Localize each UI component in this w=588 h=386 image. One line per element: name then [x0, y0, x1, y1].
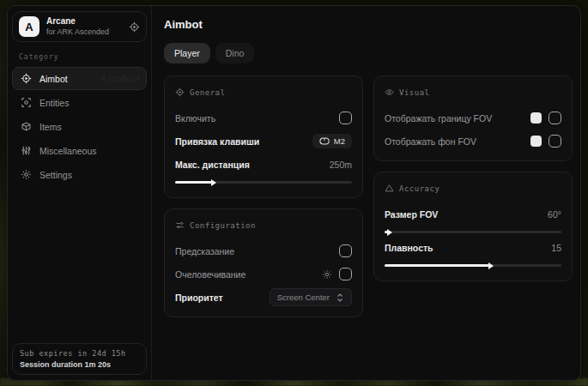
tab-bar: Player Dino: [164, 43, 573, 63]
page-title: Aimbot: [164, 18, 573, 31]
priority-label: Приоритет: [175, 293, 270, 303]
card-title: General: [190, 88, 225, 97]
subscription-card: Sub expires in 24d 15h Session duration …: [12, 343, 147, 375]
humanization-row: Очеловечивание: [175, 265, 352, 283]
card-general: General Включить Привязка клавиши: [164, 75, 363, 198]
tune-icon: [175, 218, 185, 233]
sidebar-item-aimbot[interactable]: Aimbot Aimbot: [12, 67, 147, 90]
brand-logo: A: [19, 16, 39, 37]
crosshair-icon: [175, 85, 185, 100]
fov-border-row: Отображать границу FOV: [385, 109, 561, 127]
max-distance-label: Макс. дистанция: [175, 160, 330, 170]
card-title: Accuracy: [399, 184, 439, 193]
priority-value: Screen Center: [277, 293, 330, 302]
crosshair-icon: [21, 73, 32, 84]
category-label: Category: [19, 53, 147, 61]
brand-name: Arcane: [46, 16, 122, 27]
keybind-value: M2: [334, 136, 345, 146]
scan-icon: [21, 97, 32, 108]
sub-expires-text: Sub expires in 24d 15h: [20, 349, 139, 358]
triangle-icon: [385, 181, 394, 196]
sidebar-item-label: Miscellaneous: [39, 146, 97, 156]
prediction-row: Предсказание: [175, 242, 352, 260]
gear-icon[interactable]: [322, 269, 332, 280]
fov-border-color-swatch[interactable]: [530, 112, 542, 124]
card-configuration: Configuration Предсказание Очеловечивани…: [164, 208, 363, 317]
keybind-button[interactable]: M2: [312, 134, 352, 148]
sidebar-item-miscellaneous[interactable]: Miscellaneous: [12, 139, 147, 162]
sidebar-item-settings[interactable]: Settings: [12, 163, 147, 186]
fov-size-label: Размер FOV: [385, 209, 548, 220]
fov-background-label: Отображать фон FOV: [385, 136, 530, 147]
enable-label: Включить: [175, 113, 339, 124]
gear-icon: [21, 169, 32, 180]
keybind-label: Привязка клавиши: [175, 136, 312, 147]
box-icon: [21, 121, 32, 132]
smoothness-label: Плавность: [385, 243, 551, 253]
sidebar-item-label: Settings: [39, 170, 72, 180]
brand-card: A Arcane for ARK Ascended: [12, 11, 147, 42]
sliders-icon: [21, 145, 32, 156]
smoothness-slider[interactable]: [385, 264, 561, 267]
slider-thumb[interactable]: [387, 229, 392, 236]
fov-border-checkbox[interactable]: [549, 112, 561, 124]
prediction-label: Предсказание: [175, 246, 339, 256]
smoothness-value: 15: [551, 243, 561, 253]
mouse-icon: [319, 137, 330, 145]
tab-dino[interactable]: Dino: [215, 43, 255, 63]
sidebar-item-label: Entities: [39, 98, 69, 108]
card-accuracy: Accuracy Размер FOV 60° Плавность 15: [373, 172, 573, 281]
fov-border-label: Отображать границу FOV: [385, 113, 530, 124]
max-distance-value: 250m: [330, 160, 352, 170]
max-distance-slider[interactable]: [175, 181, 352, 184]
priority-select[interactable]: Screen Center: [270, 288, 352, 306]
smoothness-row: Плавность 15: [385, 238, 561, 256]
chevrons-updown-icon: [336, 293, 344, 302]
sidebar-item-ghost-label: Aimbot: [100, 73, 141, 85]
sidebar-item-label: Items: [39, 122, 62, 132]
slider-thumb[interactable]: [211, 179, 216, 186]
sidebar-nav: Aimbot Aimbot Entities: [12, 67, 147, 186]
card-title: Configuration: [190, 221, 256, 230]
card-visual: Visual Отображать границу FOV Отображать…: [373, 75, 573, 161]
prediction-checkbox[interactable]: [339, 244, 352, 257]
card-title: Visual: [399, 88, 430, 97]
sidebar-item-items[interactable]: Items: [12, 115, 147, 138]
fov-size-row: Размер FOV 60°: [385, 205, 561, 223]
slider-thumb[interactable]: [488, 262, 494, 269]
max-distance-row: Макс. дистанция 250m: [175, 155, 352, 173]
main-panel: Aimbot Player Dino Genera: [152, 6, 581, 380]
fov-size-value: 60°: [548, 209, 561, 220]
app-window: A Arcane for ARK Ascended Category: [7, 5, 581, 381]
sidebar: A Arcane for ARK Ascended Category: [8, 6, 152, 380]
priority-row: Приоритет Screen Center: [175, 288, 352, 306]
tab-player[interactable]: Player: [164, 43, 210, 63]
humanization-checkbox[interactable]: [339, 268, 352, 280]
fov-background-row: Отображать фон FOV: [385, 132, 561, 150]
eye-icon: [385, 85, 394, 100]
fov-size-slider[interactable]: [385, 231, 561, 233]
target-icon[interactable]: [129, 21, 140, 33]
brand-subtitle: for ARK Ascended: [46, 27, 122, 37]
session-duration-text: Session duration 1m 20s: [20, 360, 139, 369]
keybind-row: Привязка клавиши M2: [175, 132, 352, 150]
humanization-label: Очеловечивание: [175, 269, 322, 280]
enable-checkbox[interactable]: [339, 112, 352, 124]
fov-background-checkbox[interactable]: [549, 135, 561, 148]
fov-background-color-swatch[interactable]: [530, 136, 542, 147]
sidebar-item-label: Aimbot: [39, 74, 68, 84]
sidebar-item-entities[interactable]: Entities: [12, 91, 147, 114]
enable-row: Включить: [175, 109, 352, 127]
